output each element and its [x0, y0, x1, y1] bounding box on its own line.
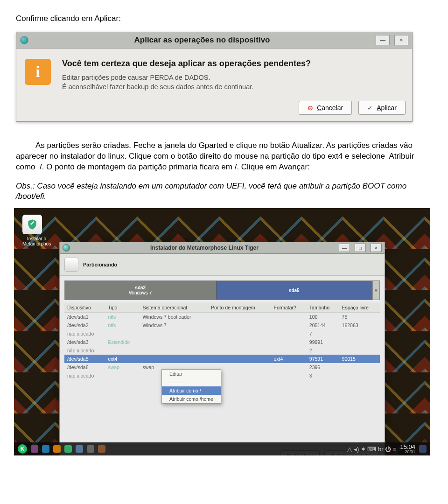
ctx-edit[interactable]: Editar: [162, 370, 221, 378]
table-row[interactable]: /dev/sda3Estendido99991: [64, 338, 380, 346]
dialog-titlebar: Aplicar as operações no dispositivo — ×: [16, 32, 412, 49]
taskbar-item[interactable]: [42, 445, 49, 453]
ctx-assign-root[interactable]: Atribuir como /: [162, 386, 221, 395]
obs-text: Caso você esteja instalando em um comput…: [16, 182, 406, 201]
apply-label: Aplicar: [377, 104, 397, 112]
app-icon: [20, 36, 28, 44]
table-row[interactable]: /dev/sda5ext4ext49759190015: [64, 355, 380, 363]
ctx-disabled: ———: [162, 378, 221, 386]
column-header: Formatar?: [271, 303, 307, 313]
table-row[interactable]: /dev/sda2ntfsWindows 7205144162063: [64, 321, 380, 329]
partbar-scroll-icon[interactable]: ▾: [372, 281, 379, 300]
partbar-sda2[interactable]: sda2 Windows 7: [65, 281, 217, 300]
partition-bar[interactable]: sda2 Windows 7 sda5 ▾: [64, 280, 380, 300]
maximize-button[interactable]: □: [355, 244, 366, 252]
obs-label: Obs.:: [16, 182, 35, 190]
taskbar-item[interactable]: [87, 445, 94, 453]
column-header: Dispositivo: [64, 303, 105, 313]
installer-screenshot: Instalar o Metamorphos Instalador do Met…: [14, 208, 430, 455]
close-button[interactable]: ×: [394, 35, 408, 45]
taskbar-item[interactable]: [64, 445, 72, 453]
taskbar-clock[interactable]: 15:04 20/01: [400, 444, 415, 454]
column-header: Ponto de montagem: [208, 303, 271, 313]
table-row[interactable]: /dev/sda6swapswap2396: [64, 363, 380, 371]
desktop-icon-label: Instalar o Metamorphos: [22, 236, 51, 246]
disk-icon: [64, 258, 78, 272]
dialog-heading: Você tem certeza que deseja aplicar as o…: [62, 59, 404, 69]
dialog-title: Aplicar as operações no dispositivo: [33, 35, 371, 45]
table-row[interactable]: /dev/sda1ntfsWindows 7 bootloader10075: [64, 313, 380, 322]
show-desktop-icon[interactable]: [419, 445, 427, 453]
desktop-install-icon[interactable]: Instalar o Metamorphos: [22, 215, 51, 246]
gparted-dialog-screenshot: Aplicar as operações no dispositivo — × …: [16, 32, 413, 122]
body-paragraph: As partições serão criadas. Feche a jane…: [16, 140, 432, 173]
cancel-label: Cancelar: [317, 104, 343, 112]
obs-paragraph: Obs.: Caso você esteja instalando em um …: [16, 181, 432, 202]
table-row[interactable]: não alocado2: [64, 346, 380, 355]
context-menu[interactable]: Editar ——— Atribuir como / Atribuir como…: [161, 369, 221, 404]
column-header: Espaço livre: [339, 303, 380, 313]
ctx-assign-home[interactable]: Atribuir como /home: [162, 395, 221, 403]
system-tray[interactable]: △ ◂) ✶ ⌨ br ⏻ ≡: [344, 445, 396, 453]
minimize-button[interactable]: —: [339, 244, 350, 252]
taskbar-item[interactable]: [76, 445, 83, 453]
dialog-warning-line1: Editar partições pode causar PERDA de DA…: [62, 73, 404, 83]
minimize-button[interactable]: —: [376, 35, 390, 45]
table-row[interactable]: não alocado7: [64, 329, 380, 338]
partbar-sda5[interactable]: sda5: [217, 281, 372, 300]
dialog-warning-line2: É aconselhável fazer backup de seus dado…: [62, 83, 404, 92]
start-menu-icon[interactable]: K: [18, 444, 27, 454]
check-icon: ✓: [367, 104, 373, 112]
cancel-button[interactable]: ⊝ Cancelar: [299, 101, 352, 115]
taskbar-item[interactable]: [31, 445, 38, 453]
shield-icon: [26, 218, 38, 231]
info-icon: i: [25, 59, 51, 85]
intro-text: Confirme clicando em Aplicar:: [16, 14, 432, 23]
installer-title: Instalador do Metamorphose Linux Tiger: [75, 245, 334, 251]
taskbar-item[interactable]: [53, 445, 61, 453]
column-header: Sistema operacional: [140, 303, 208, 313]
column-header: Tipo: [105, 303, 140, 313]
installer-window: Instalador do Metamorphose Linux Tiger —…: [59, 242, 385, 455]
table-row[interactable]: não alocado3: [64, 371, 380, 380]
close-button[interactable]: ×: [371, 244, 382, 252]
app-icon: [63, 244, 70, 252]
installer-step-header: Particionando: [60, 254, 385, 276]
step-title: Particionando: [83, 262, 117, 267]
partition-table: DispositivoTipoSistema operacionalPonto …: [64, 303, 380, 380]
cancel-icon: ⊝: [308, 104, 313, 112]
taskbar: K △ ◂) ✶ ⌨ br ⏻ ≡ 15:04 20/01: [14, 442, 430, 455]
column-header: Tamanho: [307, 303, 339, 313]
taskbar-item[interactable]: [98, 445, 105, 453]
apply-button[interactable]: ✓ Aplicar: [358, 101, 406, 115]
